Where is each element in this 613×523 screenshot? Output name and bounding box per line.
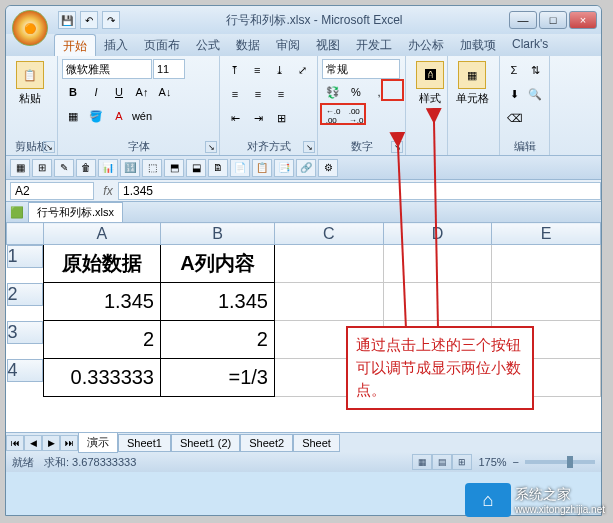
formula-input[interactable]: 1.345 <box>118 182 601 200</box>
tool-13[interactable]: 📑 <box>274 159 294 177</box>
paste-button[interactable]: 📋 粘贴 <box>10 59 50 108</box>
align-left-icon[interactable]: ≡ <box>224 83 246 105</box>
styles-button[interactable]: 🅰 样式 <box>410 59 450 108</box>
align-top-icon[interactable]: ⤒ <box>224 59 246 81</box>
fill-color-button[interactable]: 🪣 <box>85 105 107 127</box>
sheet-tab-demo[interactable]: 演示 <box>78 432 118 453</box>
find-icon[interactable]: 🔍 <box>525 83 545 105</box>
tool-8[interactable]: ⬒ <box>164 159 184 177</box>
cell-e1[interactable] <box>492 245 601 283</box>
cell-b4[interactable]: =1/3 <box>161 359 275 397</box>
view-layout-icon[interactable]: ▤ <box>432 454 452 470</box>
fx-icon[interactable]: fx <box>98 184 118 198</box>
border-button[interactable]: ▦ <box>62 105 84 127</box>
tab-office[interactable]: 办公标 <box>400 34 452 56</box>
col-header-b[interactable]: B <box>161 223 275 245</box>
tab-home[interactable]: 开始 <box>54 34 96 56</box>
tool-3[interactable]: ✎ <box>54 159 74 177</box>
office-button[interactable]: 🟠 <box>12 10 48 46</box>
fill-icon[interactable]: ⬇ <box>504 83 524 105</box>
workbook-tab[interactable]: 行号和列标.xlsx <box>28 202 123 222</box>
tool-2[interactable]: ⊞ <box>32 159 52 177</box>
tool-1[interactable]: ▦ <box>10 159 30 177</box>
sheet-tab-2[interactable]: Sheet2 <box>240 434 293 452</box>
cell-a4[interactable]: 0.333333 <box>43 359 161 397</box>
cell-d1[interactable] <box>383 245 492 283</box>
tool-5[interactable]: 📊 <box>98 159 118 177</box>
align-middle-icon[interactable]: ≡ <box>247 59 269 81</box>
font-color-button[interactable]: A <box>108 105 130 127</box>
align-bottom-icon[interactable]: ⤓ <box>269 59 291 81</box>
tool-14[interactable]: 🔗 <box>296 159 316 177</box>
cell-a3[interactable]: 2 <box>43 321 161 359</box>
percent-button[interactable]: % <box>345 81 367 103</box>
cell-c1[interactable] <box>274 245 383 283</box>
row-header-4[interactable]: 4 <box>7 359 43 382</box>
number-format-combo[interactable]: 常规 <box>322 59 400 79</box>
font-size-combo[interactable]: 11 <box>153 59 185 79</box>
autosum-icon[interactable]: Σ <box>504 59 524 81</box>
tool-10[interactable]: 🗎 <box>208 159 228 177</box>
col-header-e[interactable]: E <box>492 223 601 245</box>
sheet-nav-next[interactable]: ▶ <box>42 435 60 451</box>
font-launcher[interactable]: ↘ <box>205 141 217 153</box>
row-header-2[interactable]: 2 <box>7 283 43 306</box>
qat-undo[interactable]: ↶ <box>80 11 98 29</box>
cells-button[interactable]: ▦ 单元格 <box>452 59 492 108</box>
sheet-tab-1[interactable]: Sheet1 <box>118 434 171 452</box>
tab-insert[interactable]: 插入 <box>96 34 136 56</box>
qat-redo[interactable]: ↷ <box>102 11 120 29</box>
orientation-icon[interactable]: ⤢ <box>292 59 314 81</box>
sheet-tab-1-2[interactable]: Sheet1 (2) <box>171 434 240 452</box>
tab-review[interactable]: 审阅 <box>268 34 308 56</box>
font-name-combo[interactable]: 微软雅黑 <box>62 59 152 79</box>
increase-indent-icon[interactable]: ⇥ <box>247 107 269 129</box>
zoom-out-icon[interactable]: − <box>513 456 519 468</box>
clear-icon[interactable]: ⌫ <box>504 107 526 129</box>
col-header-a[interactable]: A <box>43 223 161 245</box>
decrease-font-icon[interactable]: A↓ <box>154 81 176 103</box>
view-pagebreak-icon[interactable]: ⊞ <box>452 454 472 470</box>
align-center-icon[interactable]: ≡ <box>247 83 269 105</box>
tool-9[interactable]: ⬓ <box>186 159 206 177</box>
sort-icon[interactable]: ⇅ <box>525 59 545 81</box>
qat-save[interactable]: 💾 <box>58 11 76 29</box>
cell-c2[interactable] <box>274 283 383 321</box>
select-all-corner[interactable] <box>7 223 44 245</box>
tool-11[interactable]: 📄 <box>230 159 250 177</box>
sheet-nav-first[interactable]: ⏮ <box>6 435 24 451</box>
sheet-tab-3[interactable]: Sheet <box>293 434 340 452</box>
italic-button[interactable]: I <box>85 81 107 103</box>
tab-page-layout[interactable]: 页面布 <box>136 34 188 56</box>
sheet-nav-last[interactable]: ⏭ <box>60 435 78 451</box>
phonetic-button[interactable]: wén <box>131 105 153 127</box>
cell-d2[interactable] <box>383 283 492 321</box>
tab-addins[interactable]: 加载项 <box>452 34 504 56</box>
tab-developer[interactable]: 开发工 <box>348 34 400 56</box>
sheet-nav-prev[interactable]: ◀ <box>24 435 42 451</box>
increase-font-icon[interactable]: A↑ <box>131 81 153 103</box>
currency-button[interactable]: 💱 <box>322 81 344 103</box>
view-normal-icon[interactable]: ▦ <box>412 454 432 470</box>
tool-6[interactable]: 🔢 <box>120 159 140 177</box>
maximize-button[interactable]: □ <box>539 11 567 29</box>
tab-data[interactable]: 数据 <box>228 34 268 56</box>
bold-button[interactable]: B <box>62 81 84 103</box>
cell-a1[interactable]: 原始数据 <box>43 245 161 283</box>
cell-e2[interactable] <box>492 283 601 321</box>
col-header-c[interactable]: C <box>274 223 383 245</box>
tool-12[interactable]: 📋 <box>252 159 272 177</box>
cell-a2[interactable]: 1.345 <box>43 283 161 321</box>
col-header-d[interactable]: D <box>383 223 492 245</box>
tab-formulas[interactable]: 公式 <box>188 34 228 56</box>
tab-clarks[interactable]: Clark's <box>504 34 556 56</box>
number-launcher[interactable]: ↘ <box>391 141 403 153</box>
cell-b2[interactable]: 1.345 <box>161 283 275 321</box>
tool-4[interactable]: 🗑 <box>76 159 96 177</box>
row-header-3[interactable]: 3 <box>7 321 43 344</box>
merge-cells-icon[interactable]: ⊞ <box>270 107 292 129</box>
decrease-indent-icon[interactable]: ⇤ <box>224 107 246 129</box>
alignment-launcher[interactable]: ↘ <box>303 141 315 153</box>
close-button[interactable]: × <box>569 11 597 29</box>
zoom-slider[interactable] <box>525 460 595 464</box>
